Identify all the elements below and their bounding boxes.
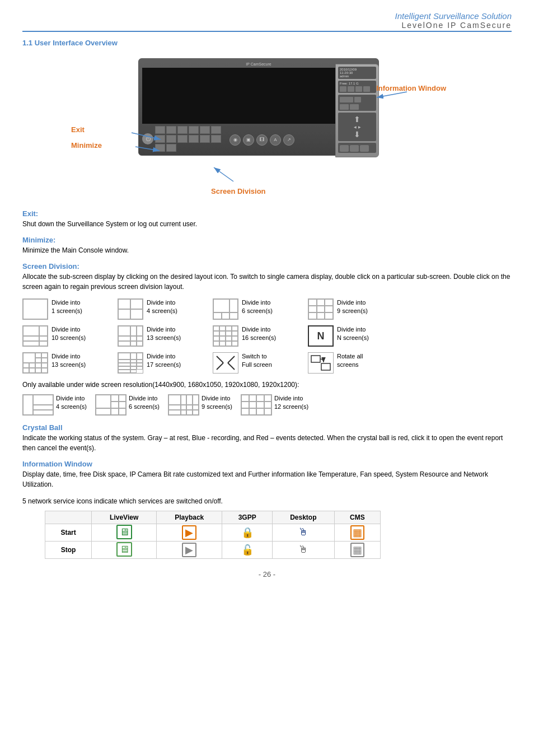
right-panel: 2010/12/09 11:20:30 admin Free: 17.1 G [335,64,379,157]
rp-bottom-btns [338,143,376,153]
grid-item-10: Divide into10 screen(s) [22,325,112,347]
th-liveview: LiveView [92,511,157,524]
grid-thumb-4 [118,298,143,320]
svg-rect-9 [311,356,320,362]
crystal-ball-label: Crystal Ball [22,423,512,432]
grid-thumb-rotate [308,352,334,374]
td-stop-label: Stop [45,541,92,558]
grid-thumb-13a [118,325,143,347]
toolbar-icon-4: A [270,134,281,146]
service-row-start: Start 🖥 ▶ 🔒 🖱 ▦ [45,524,381,541]
grid-row-2: Divide into10 screen(s) Divide into13 sc… [22,325,512,347]
grid-item-9: Divide into9 screen(s) [308,298,397,320]
grid-row-1: Divide into1 screen(s) Divide into4 scre… [22,298,512,320]
grid-thumb-N: N [308,325,334,347]
th-cms: CMS [334,511,380,524]
header-title-line2: LevelOne IP CamSecure [22,21,512,30]
grid-item-13b: Divide into13 screen(s) [22,352,112,374]
wide-label-4: Divide into4 screen(s) [56,394,87,412]
power-icon: ⏻ [142,133,153,144]
grid-label-6: Divide into6 screen(s) [242,298,273,316]
service-table-header: LiveView Playback 3GPP Desktop CMS [45,511,381,524]
crystal-ball-text: Indicate the working status of the syste… [22,433,512,453]
svg-line-7 [217,363,223,370]
grid-label-13b: Divide into13 screen(s) [51,352,86,370]
grid-panel [155,126,228,152]
wide-screen-note: Only available under wide screen resolut… [22,380,512,390]
exit-label: Exit: [22,209,38,218]
svg-rect-10 [321,363,330,370]
td-stop-3gpp: 🔓 [222,541,273,558]
td-start-cms: ▦ [334,524,380,541]
grid-label-fullscreen: Switch toFull screen [242,352,272,370]
grid-label-16: Divide into16 screen(s) [242,325,276,343]
th-3gpp: 3GPP [222,511,273,524]
grid-item-1: Divide into1 screen(s) [22,298,112,320]
grid-thumb-fullscreen [213,352,238,374]
wide-item-6: Divide into6 screen(s) [95,394,162,416]
td-start-liveview: 🖥 [92,524,157,541]
grid-item-N: N Divide intoN screen(s) [308,325,397,347]
grid-item-16: Divide into16 screen(s) [213,325,302,347]
rp-diskspace: Free: 17.1 G [338,81,376,93]
grid-label-rotate: Rotate allscreens [337,352,363,370]
grid-row-3: Divide into13 screen(s) Divide into17 sc… [22,352,512,374]
wide-thumb-4 [22,394,54,416]
wide-item-4: Divide into4 screen(s) [22,394,90,416]
grid-thumb-17 [118,352,143,374]
toolbar-icon-3: 🎞 [256,134,268,146]
svg-line-6 [228,356,235,363]
crystal-ball-section: Crystal Ball Indicate the working status… [22,423,512,453]
svg-line-5 [217,356,223,363]
rp-controls [338,95,376,111]
minimize-label: Minimize: [22,236,55,244]
service-row-stop: Stop 🖥 ▶ 🔓 🖱 ▦ [45,541,381,558]
screen-division-description: Screen Division: Allocate the sub-screen… [22,262,512,292]
section-title: 1.1 User Interface Overview [22,39,512,47]
rp-datetime: 2010/12/09 11:20:30 admin [338,67,376,79]
wide-label-9: Divide into9 screen(s) [202,394,232,412]
grid-thumb-1 [22,298,48,320]
th-desktop: Desktop [272,511,334,524]
exit-text: Shut down the Surveillance System or log… [22,219,512,229]
td-start-playback: ▶ [157,524,222,541]
grid-label-N: Divide intoN screen(s) [337,325,369,343]
exit-description: Exit: Shut down the Surveillance System … [22,209,512,229]
service-intro: 5 network service icons indicate which s… [22,496,512,506]
wide-label-12: Divide into12 screen(s) [274,394,308,412]
screen-division-label: Screen Division: [22,262,79,270]
grid-label-13a: Divide into13 screen(s) [147,325,181,343]
label-exit: Exit [71,125,85,134]
wide-label-6: Divide into6 screen(s) [129,394,160,412]
page-number: - 26 - [22,570,512,578]
grid-thumb-13b [22,352,48,374]
ui-diagram: IP CamSecure ⏻ ◉ [71,53,463,198]
grid-layouts: Divide into1 screen(s) Divide into4 scre… [22,298,512,374]
grid-item-rotate: Rotate allscreens [308,352,397,374]
td-stop-desktop: 🖱 [272,541,334,558]
grid-item-17: Divide into17 screen(s) [118,352,207,374]
wide-thumb-6 [95,394,127,416]
bottom-toolbar: ◉ ▣ 🎞 A ↗ [229,134,294,146]
toolbar-icon-5: ↗ [283,134,294,146]
td-start-label: Start [45,524,92,541]
service-table: LiveView Playback 3GPP Desktop CMS Start… [45,511,381,559]
td-stop-playback: ▶ [157,541,222,558]
grid-thumb-9 [308,298,334,320]
page-header: Intelligent Surveillance Solution LevelO… [22,11,512,30]
td-start-desktop: 🖱 [272,524,334,541]
minimize-description: Minimize: Minimize the Main Console wind… [22,236,512,255]
td-stop-cms: ▦ [334,541,380,558]
grid-thumb-6 [213,298,238,320]
minimize-text: Minimize the Main Console window. [22,245,512,255]
info-window-label: Information Window [22,460,512,468]
grid-item-fullscreen: Switch toFull screen [213,352,302,374]
grid-label-10: Divide into10 screen(s) [51,325,86,343]
grid-thumb-10 [22,325,48,347]
grid-thumb-16 [213,325,238,347]
th-empty [45,511,92,524]
wide-item-12: Divide into12 screen(s) [241,394,308,416]
console-diagram: IP CamSecure ⏻ ◉ [138,58,379,156]
wide-grid-row: Divide into4 screen(s) Divide into6 scre… [22,394,512,416]
info-window-text: Display date, time, free Disk space, IP … [22,469,512,489]
